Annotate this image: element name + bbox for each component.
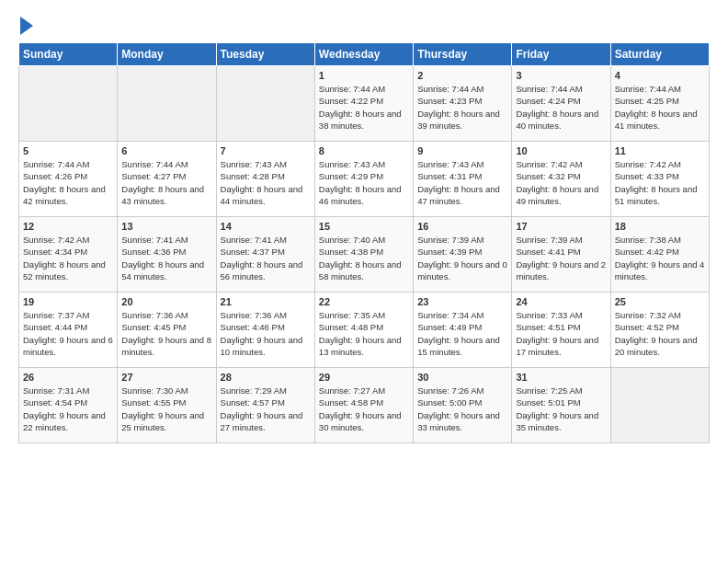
calendar-cell: 28Sunrise: 7:29 AM Sunset: 4:57 PM Dayli… [216,368,314,443]
cell-text: Sunrise: 7:36 AM Sunset: 4:45 PM Dayligh… [121,309,211,358]
cell-text: Sunrise: 7:44 AM Sunset: 4:27 PM Dayligh… [121,158,211,207]
cell-text: Sunrise: 7:31 AM Sunset: 4:54 PM Dayligh… [23,385,113,433]
day-number: 14 [221,221,311,232]
day-number: 3 [516,70,606,81]
day-number: 2 [417,70,507,81]
calendar-cell: 9Sunrise: 7:43 AM Sunset: 4:31 PM Daylig… [414,142,512,217]
calendar-header-thursday: Thursday [414,43,512,66]
calendar-header-saturday: Saturday [610,43,709,66]
calendar-cell: 1Sunrise: 7:44 AM Sunset: 4:22 PM Daylig… [314,66,413,142]
cell-text: Sunrise: 7:33 AM Sunset: 4:51 PM Dayligh… [516,309,606,358]
cell-text: Sunrise: 7:30 AM Sunset: 4:55 PM Dayligh… [121,385,211,433]
day-number: 7 [221,145,311,156]
day-number: 17 [516,221,606,232]
page: SundayMondayTuesdayWednesdayThursdayFrid… [0,0,728,563]
cell-text: Sunrise: 7:40 AM Sunset: 4:38 PM Dayligh… [319,234,409,282]
calendar-cell: 22Sunrise: 7:35 AM Sunset: 4:48 PM Dayli… [314,293,413,368]
calendar-header-friday: Friday [512,43,610,66]
calendar-cell: 24Sunrise: 7:33 AM Sunset: 4:51 PM Dayli… [512,293,610,368]
calendar-week-row: 1Sunrise: 7:44 AM Sunset: 4:22 PM Daylig… [19,66,710,142]
day-number: 21 [221,296,311,307]
day-number: 18 [615,221,705,232]
day-number: 30 [417,372,507,383]
calendar-table: SundayMondayTuesdayWednesdayThursdayFrid… [18,42,710,443]
day-number: 28 [221,372,311,383]
cell-text: Sunrise: 7:44 AM Sunset: 4:22 PM Dayligh… [319,83,409,132]
cell-text: Sunrise: 7:27 AM Sunset: 4:58 PM Dayligh… [319,385,409,433]
cell-text: Sunrise: 7:43 AM Sunset: 4:31 PM Dayligh… [417,158,507,207]
calendar-cell: 8Sunrise: 7:43 AM Sunset: 4:29 PM Daylig… [314,142,413,217]
day-number: 13 [121,221,211,232]
day-number: 24 [516,296,606,307]
calendar-header-row: SundayMondayTuesdayWednesdayThursdayFrid… [19,43,710,66]
calendar-cell: 7Sunrise: 7:43 AM Sunset: 4:28 PM Daylig… [216,142,314,217]
calendar-cell: 10Sunrise: 7:42 AM Sunset: 4:32 PM Dayli… [512,142,610,217]
calendar-cell: 15Sunrise: 7:40 AM Sunset: 4:38 PM Dayli… [314,217,413,293]
day-number: 29 [319,372,409,383]
cell-text: Sunrise: 7:42 AM Sunset: 4:32 PM Dayligh… [516,158,606,207]
cell-text: Sunrise: 7:26 AM Sunset: 5:00 PM Dayligh… [417,385,507,433]
cell-text: Sunrise: 7:38 AM Sunset: 4:42 PM Dayligh… [615,234,705,282]
cell-text: Sunrise: 7:44 AM Sunset: 4:25 PM Dayligh… [615,83,705,132]
calendar-cell: 12Sunrise: 7:42 AM Sunset: 4:34 PM Dayli… [19,217,118,293]
cell-text: Sunrise: 7:34 AM Sunset: 4:49 PM Dayligh… [417,309,507,358]
cell-text: Sunrise: 7:41 AM Sunset: 4:36 PM Dayligh… [121,234,211,282]
calendar-cell: 6Sunrise: 7:44 AM Sunset: 4:27 PM Daylig… [118,142,216,217]
cell-text: Sunrise: 7:44 AM Sunset: 4:26 PM Dayligh… [23,158,113,207]
calendar-cell [610,368,709,443]
day-number: 6 [121,145,211,156]
calendar-cell [216,66,314,142]
calendar-cell: 14Sunrise: 7:41 AM Sunset: 4:37 PM Dayli… [216,217,314,293]
calendar-cell: 2Sunrise: 7:44 AM Sunset: 4:23 PM Daylig… [414,66,512,142]
calendar-cell: 25Sunrise: 7:32 AM Sunset: 4:52 PM Dayli… [610,293,709,368]
calendar-cell: 18Sunrise: 7:38 AM Sunset: 4:42 PM Dayli… [610,217,709,293]
cell-text: Sunrise: 7:44 AM Sunset: 4:23 PM Dayligh… [417,83,507,132]
calendar-week-row: 5Sunrise: 7:44 AM Sunset: 4:26 PM Daylig… [19,142,710,217]
day-number: 22 [319,296,409,307]
day-number: 27 [121,372,211,383]
calendar-cell: 17Sunrise: 7:39 AM Sunset: 4:41 PM Dayli… [512,217,610,293]
calendar-week-row: 12Sunrise: 7:42 AM Sunset: 4:34 PM Dayli… [19,217,710,293]
header [18,15,710,35]
calendar-cell: 19Sunrise: 7:37 AM Sunset: 4:44 PM Dayli… [19,293,118,368]
calendar-cell: 11Sunrise: 7:42 AM Sunset: 4:33 PM Dayli… [610,142,709,217]
calendar-cell: 23Sunrise: 7:34 AM Sunset: 4:49 PM Dayli… [414,293,512,368]
calendar-week-row: 26Sunrise: 7:31 AM Sunset: 4:54 PM Dayli… [19,368,710,443]
cell-text: Sunrise: 7:41 AM Sunset: 4:37 PM Dayligh… [221,234,311,282]
day-number: 12 [23,221,113,232]
cell-text: Sunrise: 7:43 AM Sunset: 4:28 PM Dayligh… [221,158,311,207]
calendar-cell: 4Sunrise: 7:44 AM Sunset: 4:25 PM Daylig… [610,66,709,142]
calendar-cell: 29Sunrise: 7:27 AM Sunset: 4:58 PM Dayli… [314,368,413,443]
calendar-cell: 5Sunrise: 7:44 AM Sunset: 4:26 PM Daylig… [19,142,118,217]
day-number: 25 [615,296,705,307]
cell-text: Sunrise: 7:43 AM Sunset: 4:29 PM Dayligh… [319,158,409,207]
day-number: 19 [23,296,113,307]
day-number: 9 [417,145,507,156]
calendar-cell [19,66,118,142]
calendar-cell: 20Sunrise: 7:36 AM Sunset: 4:45 PM Dayli… [118,293,216,368]
cell-text: Sunrise: 7:36 AM Sunset: 4:46 PM Dayligh… [221,309,311,358]
day-number: 20 [121,296,211,307]
cell-text: Sunrise: 7:39 AM Sunset: 4:39 PM Dayligh… [417,234,507,282]
calendar-cell: 3Sunrise: 7:44 AM Sunset: 4:24 PM Daylig… [512,66,610,142]
day-number: 31 [516,372,606,383]
calendar-header-monday: Monday [118,43,216,66]
calendar-header-wednesday: Wednesday [314,43,413,66]
calendar-cell: 13Sunrise: 7:41 AM Sunset: 4:36 PM Dayli… [118,217,216,293]
cell-text: Sunrise: 7:37 AM Sunset: 4:44 PM Dayligh… [23,309,113,358]
cell-text: Sunrise: 7:39 AM Sunset: 4:41 PM Dayligh… [516,234,606,282]
day-number: 23 [417,296,507,307]
calendar-header-sunday: Sunday [19,43,118,66]
logo [18,15,37,35]
calendar-cell: 26Sunrise: 7:31 AM Sunset: 4:54 PM Dayli… [19,368,118,443]
calendar-cell: 21Sunrise: 7:36 AM Sunset: 4:46 PM Dayli… [216,293,314,368]
calendar-cell: 27Sunrise: 7:30 AM Sunset: 4:55 PM Dayli… [118,368,216,443]
cell-text: Sunrise: 7:25 AM Sunset: 5:01 PM Dayligh… [516,385,606,433]
calendar-cell: 16Sunrise: 7:39 AM Sunset: 4:39 PM Dayli… [414,217,512,293]
cell-text: Sunrise: 7:44 AM Sunset: 4:24 PM Dayligh… [516,83,606,132]
cell-text: Sunrise: 7:29 AM Sunset: 4:57 PM Dayligh… [221,385,311,433]
logo-arrow-icon [20,17,33,35]
cell-text: Sunrise: 7:35 AM Sunset: 4:48 PM Dayligh… [319,309,409,358]
day-number: 15 [319,221,409,232]
calendar-cell [118,66,216,142]
